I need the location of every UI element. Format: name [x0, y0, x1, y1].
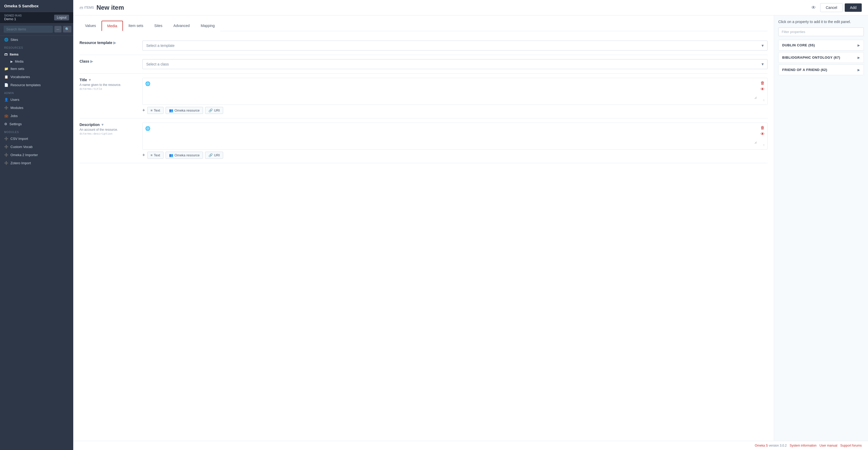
settings-icon: ⚙ — [4, 122, 7, 126]
ontology-dublin-core-chevron-icon: ▶ — [858, 44, 860, 47]
sidebar-item-jobs[interactable]: 💼 Jobs — [0, 112, 73, 120]
sidebar-item-items[interactable]: 🗃 Items — [0, 50, 73, 58]
tab-advanced[interactable]: Advanced — [168, 21, 195, 31]
ontology-item-dublin-core[interactable]: DUBLIN CORE (55) ▶ — [778, 40, 864, 51]
description-label-area: Description ▼ An account of the resource… — [80, 122, 137, 135]
description-uri-button[interactable]: 🔗 URI — [205, 152, 223, 159]
title-dropdown-icon: ▼ — [88, 78, 92, 82]
topbar-actions: 👁 Cancel Add — [809, 3, 862, 12]
sidebar-settings-label: Settings — [9, 122, 22, 126]
footer-support-forums-link[interactable]: Support forums — [840, 444, 862, 447]
footer-system-info-link[interactable]: System information — [790, 444, 817, 447]
sidebar-item-users[interactable]: 👤 Users — [0, 95, 73, 104]
resource-template-label: Resource template ▶ — [80, 40, 137, 45]
title-resize-indicator: ⠿ — [145, 99, 765, 102]
description-field-actions: 🗑 👁 — [761, 125, 765, 137]
add-button[interactable]: Add — [845, 3, 862, 12]
tab-item-sets[interactable]: Item sets — [123, 21, 149, 31]
sidebar-vocabularies-label: Vocabularies — [10, 75, 30, 79]
sidebar-item-media[interactable]: ▶ Media — [8, 58, 73, 65]
sidebar-custom-vocab-label: Custom Vocab — [10, 145, 33, 149]
title-row: Title ▼ A name given to the resource. dc… — [80, 74, 768, 118]
sidebar-item-sites[interactable]: 🌐 Sites — [0, 36, 73, 44]
title-text-button[interactable]: ≡ Text — [147, 107, 163, 114]
items-icon: 🗃 — [4, 52, 8, 56]
ontology-item-foaf[interactable]: FRIEND OF A FRIEND (62) ▶ — [778, 64, 864, 75]
title-add-button[interactable]: + — [142, 108, 145, 113]
sidebar-item-item-sets[interactable]: 📁 Item sets — [0, 65, 73, 73]
sidebar-item-sets-label: Item sets — [10, 67, 24, 71]
description-omeka-icon: 👥 — [169, 153, 173, 157]
sidebar-item-custom-vocab[interactable]: ➕ Custom Vocab — [0, 143, 73, 151]
cancel-button[interactable]: Cancel — [820, 3, 843, 12]
title-label-area: Title ▼ A name given to the resource. dc… — [80, 78, 137, 91]
description-text-label: Text — [154, 153, 160, 157]
ontology-foaf-chevron-icon: ▶ — [858, 68, 860, 72]
custom-vocab-icon: ➕ — [4, 145, 8, 149]
omeka2-importer-icon: ➕ — [4, 153, 8, 157]
sidebar-item-settings[interactable]: ⚙ Settings — [0, 120, 73, 128]
ontology-item-bibliographic[interactable]: BIBLIOGRAPHIC ONTOLOGY (67) ▶ — [778, 52, 864, 63]
title-text-label: Text — [154, 108, 160, 112]
tab-media[interactable]: Media — [101, 21, 123, 31]
title-delete-button[interactable]: 🗑 — [761, 81, 765, 85]
description-add-button[interactable]: + — [142, 152, 145, 158]
footer-user-manual-link[interactable]: User manual — [819, 444, 837, 447]
sidebar-item-omeka2-importer[interactable]: ➕ Omeka 2 Importer — [0, 151, 73, 159]
preview-button[interactable]: 👁 — [809, 4, 818, 11]
logout-button[interactable]: Logout — [54, 15, 69, 21]
description-text-button[interactable]: ≡ Text — [147, 152, 163, 159]
filter-properties-input[interactable] — [778, 28, 864, 36]
description-delete-button[interactable]: 🗑 — [761, 125, 765, 130]
footer-omeka-s-link[interactable]: Omeka S — [755, 444, 768, 447]
footer: Omeka S version 3.0.2 System information… — [73, 441, 868, 450]
title-field-actions: 🗑 👁 — [761, 81, 765, 92]
items-breadcrumb-text: ITEMS — [84, 6, 94, 9]
tab-sites[interactable]: Sites — [149, 21, 168, 31]
tab-values[interactable]: Values — [80, 21, 101, 31]
sidebar-item-modules[interactable]: ➕ Modules — [0, 104, 73, 112]
description-add-value-row: + ≡ Text 👥 Omeka resource 🔗 URI — [142, 152, 768, 159]
resource-template-text: Resource template — [80, 40, 112, 45]
tab-mapping[interactable]: Mapping — [195, 21, 220, 31]
description-textarea[interactable] — [153, 125, 757, 144]
resource-template-select[interactable]: Select a template — [142, 40, 768, 51]
jobs-icon: 💼 — [4, 114, 8, 118]
description-omeka-resource-button[interactable]: 👥 Omeka resource — [165, 152, 203, 159]
description-visibility-button[interactable]: 👁 — [761, 132, 765, 137]
sidebar: Omeka S Sandbox SIGNED IN AS Demo 1 Logo… — [0, 0, 73, 450]
search-input[interactable] — [4, 26, 53, 33]
title-visibility-button[interactable]: 👁 — [761, 87, 765, 92]
main-area: 🗃 ITEMS New item 👁 Cancel Add Values Med… — [73, 0, 868, 450]
class-text: Class — [80, 59, 89, 63]
description-description: An account of the resource. — [80, 128, 137, 132]
description-globe-icon[interactable]: 🌐 — [145, 126, 150, 131]
class-label: Class ▶ — [80, 59, 137, 63]
sidebar-jobs-label: Jobs — [10, 114, 18, 118]
footer-version: version 3.0.2 — [769, 444, 787, 447]
title-label-text: Title — [80, 78, 87, 82]
sidebar-item-zotero-import[interactable]: ➕ Zotero Import — [0, 159, 73, 167]
sidebar-item-csv-import[interactable]: ➕ CSV Import — [0, 135, 73, 143]
topbar-left: 🗃 ITEMS New item — [80, 4, 124, 11]
content-area: Values Media Item sets Sites Advanced Ma… — [73, 16, 868, 441]
description-text-icon: ≡ — [151, 153, 153, 157]
description-dropdown-icon: ▼ — [101, 122, 104, 127]
class-select[interactable]: Select a class — [142, 59, 768, 69]
search-more-button[interactable]: ··· — [54, 26, 61, 32]
description-row: Description ▼ An account of the resource… — [80, 118, 768, 163]
sidebar-item-resource-templates[interactable]: 📄 Resource templates — [0, 81, 73, 89]
title-uri-button[interactable]: 🔗 URI — [205, 107, 223, 114]
sidebar-csv-import-label: CSV Import — [10, 137, 28, 141]
resource-templates-icon: 📄 — [4, 83, 8, 87]
title-globe-icon[interactable]: 🌐 — [145, 81, 150, 86]
search-submit-button[interactable]: 🔍 — [63, 26, 71, 32]
right-panel-hint: Click on a property to add it to the edi… — [778, 20, 864, 24]
signed-in-label: SIGNED IN AS — [4, 14, 22, 17]
title-omeka-resource-button[interactable]: 👥 Omeka resource — [165, 107, 203, 114]
title-uri-icon: 🔗 — [209, 108, 213, 112]
sidebar-item-vocabularies[interactable]: 📋 Vocabularies — [0, 73, 73, 81]
title-textarea[interactable] — [153, 81, 757, 99]
resources-section-label: RESOURCES — [0, 44, 73, 50]
ontology-bibliographic-label: BIBLIOGRAPHIC ONTOLOGY (67) — [782, 56, 840, 59]
